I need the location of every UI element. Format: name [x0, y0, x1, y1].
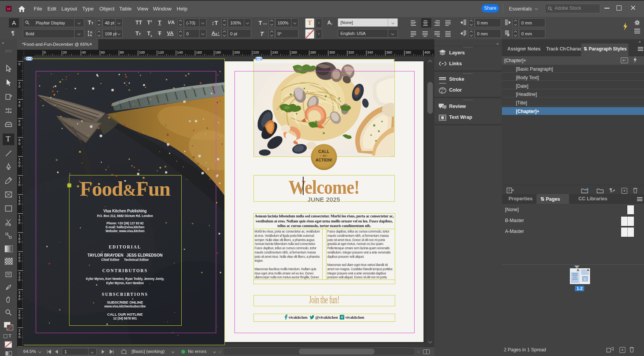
svg-text:0: 0 — [19, 202, 21, 206]
svg-text:340: 340 — [367, 50, 373, 54]
svg-text:0: 0 — [19, 221, 21, 225]
svg-text:0: 0 — [19, 142, 21, 146]
svg-text:240: 240 — [272, 50, 278, 54]
svg-text:0: 0 — [19, 164, 21, 168]
svg-text:300: 300 — [329, 50, 335, 54]
svg-text:0: 0 — [19, 85, 21, 89]
svg-text:360: 360 — [386, 50, 392, 54]
svg-text:60: 60 — [101, 50, 105, 54]
svg-text:280: 280 — [310, 50, 316, 54]
svg-text:140: 140 — [177, 50, 183, 54]
svg-text:0: 0 — [19, 297, 21, 301]
svg-text:0: 0 — [19, 62, 21, 66]
svg-text:220: 220 — [253, 50, 259, 54]
svg-text:0: 0 — [19, 123, 21, 127]
svg-text:T: T — [307, 31, 311, 37]
svg-text:180: 180 — [215, 50, 221, 54]
svg-text:A: A — [90, 33, 92, 37]
svg-text:0: 0 — [19, 183, 21, 187]
svg-text:0: 0 — [19, 278, 21, 282]
svg-text:400: 400 — [424, 50, 430, 54]
svg-text:200: 200 — [234, 50, 240, 54]
svg-text:20: 20 — [63, 50, 67, 54]
svg-text:80: 80 — [120, 50, 124, 54]
svg-text:0: 0 — [44, 50, 46, 54]
svg-text:100: 100 — [139, 50, 145, 54]
svg-text:40: 40 — [82, 50, 86, 54]
svg-text:120: 120 — [158, 50, 164, 54]
svg-text:0: 0 — [19, 259, 21, 263]
svg-text:0: 0 — [19, 240, 21, 244]
svg-text:0: 0 — [19, 335, 21, 339]
svg-text:0: 0 — [19, 316, 21, 320]
svg-text:160: 160 — [196, 50, 202, 54]
svg-text:260: 260 — [291, 50, 297, 54]
svg-text:0: 0 — [19, 104, 21, 108]
svg-text:320: 320 — [348, 50, 354, 54]
svg-text:380: 380 — [405, 50, 411, 54]
